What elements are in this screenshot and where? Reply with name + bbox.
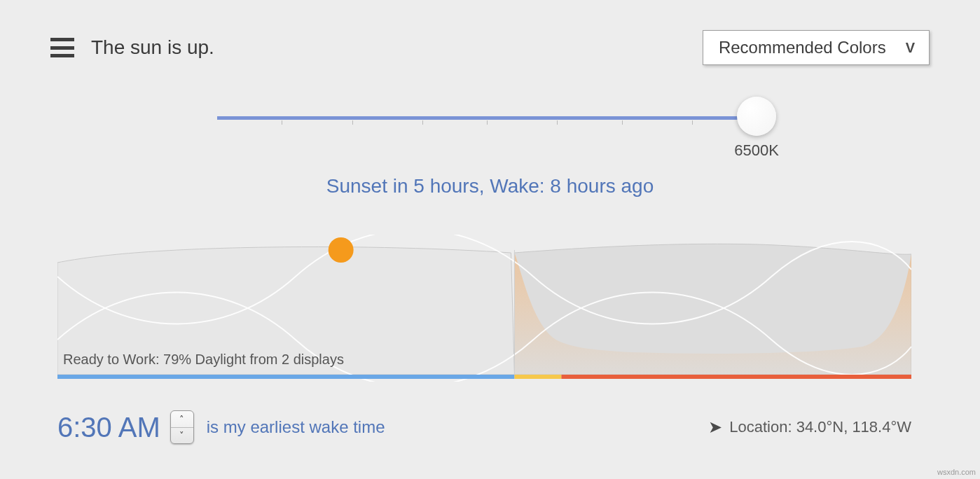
slider-value-label: 6500K [722, 141, 792, 160]
location-arrow-icon: ➤ [708, 417, 722, 437]
slider-thumb[interactable] [737, 97, 776, 136]
sun-status-text: Sunset in 5 hours, Wake: 8 hours ago [0, 175, 980, 197]
slider-tick [557, 120, 558, 125]
page-title: The sun is up. [91, 36, 214, 59]
slider-track [217, 116, 757, 120]
location-display[interactable]: ➤ Location: 34.0°N, 118.4°W [708, 417, 911, 437]
color-temperature-slider[interactable]: 6500K [217, 111, 757, 160]
color-mode-dropdown[interactable]: Recommended Colors V [703, 30, 930, 65]
wake-time-stepper[interactable]: ˄ ˅ [170, 410, 194, 444]
slider-tick [692, 120, 693, 125]
slider-tick [487, 120, 488, 125]
stepper-down-icon[interactable]: ˅ [171, 428, 193, 444]
slider-tick [282, 120, 282, 125]
slider-tick [422, 120, 423, 125]
chevron-down-icon: V [906, 40, 913, 56]
wake-time-caption: is my earliest wake time [207, 417, 385, 437]
ready-to-work-label: Ready to Work: 79% Daylight from 2 displ… [63, 352, 344, 368]
slider-tick [622, 120, 623, 125]
stepper-up-icon[interactable]: ˄ [171, 411, 193, 428]
daylight-chart: Ready to Work: 79% Daylight from 2 displ… [57, 235, 911, 382]
timeline-night-segment [561, 375, 911, 379]
timeline-sunset-segment [514, 375, 561, 379]
bottom-row: 6:30 AM ˄ ˅ is my earliest wake time ➤ L… [57, 406, 911, 448]
wake-time-value: 6:30 AM [57, 412, 160, 443]
sun-marker-icon [329, 237, 354, 263]
watermark-text: wsxdn.com [937, 468, 976, 476]
timeline-day-segment [57, 375, 514, 379]
color-mode-label: Recommended Colors [719, 38, 886, 57]
slider-tick [352, 120, 353, 125]
location-text: Location: 34.0°N, 118.4°W [729, 418, 911, 436]
header-bar: The sun is up. Recommended Colors V [50, 29, 930, 66]
menu-icon[interactable] [50, 38, 74, 57]
